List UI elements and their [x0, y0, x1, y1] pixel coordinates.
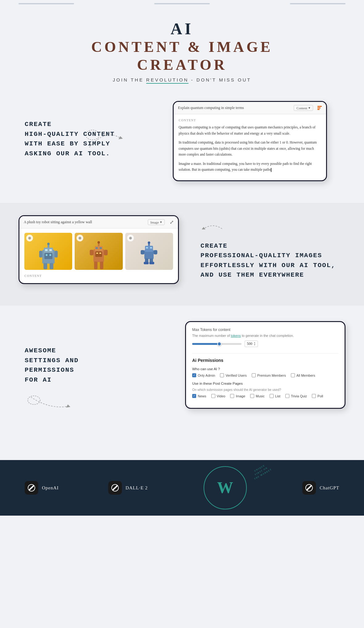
section3-layout: AWESOME SETTINGS AND PERMISSIONS FOR AI … [0, 312, 364, 435]
svg-rect-32 [146, 247, 148, 249]
watermark-area: W UNIQUE FIRST ON THE MARKET [197, 469, 253, 506]
slider-thumb[interactable] [217, 342, 221, 346]
top-decorative-lines [0, 0, 364, 7]
openai-logo-svg [27, 484, 36, 492]
content-label: CONTENT [179, 119, 321, 122]
post-create-pages-label: Use in these Post Create Pages [192, 382, 338, 385]
checkbox-list-box[interactable] [270, 394, 274, 398]
image-thumb-2: ⊕ [75, 233, 122, 270]
checkbox-only-admin[interactable]: Only Admin [192, 373, 215, 377]
top-line-1 [19, 3, 74, 4]
checkbox-list-label: List [275, 394, 280, 398]
subtitle-part2: - DON'T MISS OUT [188, 77, 251, 82]
checkbox-image[interactable]: Image [230, 394, 245, 398]
section-image-creator: A plush toy robot sitting against a yell… [0, 203, 364, 306]
svg-rect-27 [99, 253, 101, 254]
device-paragraph-3: Imagine a maze. In traditional computing… [179, 161, 321, 173]
footer-brand-dalle: DALL·E 2 [108, 481, 148, 495]
checkbox-news-label: News [198, 394, 206, 398]
footer: OpenAI DALL·E 2 W UNIQUE FIRST ON THE MA… [0, 460, 364, 516]
subtitle-highlight: REVOLUTION [146, 77, 189, 84]
who-can-use-group: Who can use AI ? Only Admin Verified Use… [192, 367, 338, 377]
checkbox-premium-members-label: Premium Members [257, 374, 286, 377]
device-input-bar[interactable]: Explain quantum computing in simple term… [178, 106, 291, 110]
checkbox-video[interactable]: Video [211, 394, 225, 398]
checkbox-premium-members-box[interactable] [252, 373, 256, 377]
checkbox-trivia-quiz[interactable]: Trivia Quiz [285, 394, 307, 398]
tokens-slider-container: 500 ▲▼ [192, 341, 338, 347]
checkbox-premium-members[interactable]: Premium Members [252, 373, 286, 377]
footer-brand-openai: OpenAI [25, 481, 59, 495]
image-device-body: ⊕ [19, 228, 178, 283]
tokens-link[interactable]: tokens [231, 334, 241, 337]
checkbox-poll-box[interactable] [312, 394, 316, 398]
settings-device-body: Max Tokens for content The maximum numbe… [186, 322, 345, 408]
checkbox-poll[interactable]: Poll [312, 394, 323, 398]
checkbox-poll-label: Poll [317, 394, 323, 398]
checkbox-list[interactable]: List [270, 394, 280, 398]
checkbox-music-box[interactable] [250, 394, 254, 398]
checkbox-only-admin-label: Only Admin [198, 374, 215, 377]
svg-point-13 [46, 254, 48, 256]
content-badge: Content ▾ [294, 105, 313, 111]
svg-point-14 [49, 254, 51, 256]
robot-svg-1 [38, 239, 59, 270]
section2-label: CREATE PROFESSIONAL-QUALITY IMAGES EFFOR… [201, 241, 345, 280]
checkbox-video-box[interactable] [211, 394, 215, 398]
tokens-slider-track[interactable] [192, 343, 242, 345]
expand-icon: ⤢ [170, 219, 174, 225]
checkbox-all-members-box[interactable] [291, 373, 295, 377]
svg-point-31 [148, 241, 150, 244]
svg-point-42 [28, 396, 40, 404]
content-device: Explain quantum computing in simple term… [173, 101, 327, 181]
checkbox-news-box[interactable] [192, 394, 196, 398]
checkbox-image-label: Image [236, 394, 245, 398]
svg-rect-33 [150, 247, 152, 249]
svg-rect-35 [154, 250, 157, 254]
checkbox-trivia-quiz-box[interactable] [285, 394, 289, 398]
checkbox-image-box[interactable] [230, 394, 234, 398]
top-line-3 [290, 3, 345, 4]
max-tokens-title: Max Tokens for content [192, 328, 338, 332]
checkbox-music-label: Music [256, 394, 265, 398]
svg-point-1 [86, 130, 99, 140]
chatgpt-label: ChatGPT [320, 485, 339, 491]
svg-rect-29 [145, 246, 153, 252]
slider-value: 500 ▲▼ [245, 341, 258, 347]
svg-rect-8 [39, 251, 42, 257]
checkbox-all-members-label: All Members [296, 374, 315, 377]
svg-rect-21 [90, 250, 93, 255]
image-input-bar[interactable]: A plush toy robot sitting against a yell… [24, 220, 145, 224]
spinner-arrows[interactable]: ▲▼ [254, 342, 256, 346]
title-main-line2: CREATOR [6, 56, 358, 74]
settings-device: Max Tokens for content The maximum numbe… [185, 321, 345, 409]
checkbox-music[interactable]: Music [250, 394, 265, 398]
checkbox-news[interactable]: News [192, 394, 206, 398]
robot-svg-2 [88, 237, 110, 270]
checkbox-only-admin-box[interactable] [192, 373, 196, 377]
section-settings: AWESOME SETTINGS AND PERMISSIONS FOR AI … [0, 306, 364, 448]
footer-brand-chatgpt: ChatGPT [302, 481, 339, 495]
svg-rect-22 [104, 250, 108, 255]
device-header-1: Explain quantum computing in simple term… [174, 102, 326, 114]
svg-marker-41 [66, 404, 70, 408]
chatgpt-icon [302, 481, 316, 495]
image-thumb-3: ⊕ [125, 233, 173, 270]
section1-layout: CREATE HIGH-QUALITY CONTENT WITH EASE BY… [0, 92, 364, 194]
checkbox-verified-users-box[interactable] [220, 373, 224, 377]
post-create-pages-desc: On which submission pages should the AI … [192, 388, 338, 391]
checkbox-verified-users[interactable]: Verified Users [220, 373, 246, 377]
chevron-down-icon-2: ▾ [160, 220, 162, 224]
image-device-header: A plush toy robot sitting against a yell… [19, 216, 178, 228]
stamp-text: UNIQUE FIRST ON THE MARKET [250, 462, 273, 481]
svg-rect-10 [43, 263, 47, 269]
post-create-pages-group: Use in these Post Create Pages On which … [192, 382, 338, 398]
title-main-line1: CONTENT & IMAGE [6, 38, 358, 56]
header-section: AI CONTENT & IMAGE CREATOR JOIN THE REVO… [0, 7, 364, 89]
svg-rect-9 [55, 251, 58, 257]
svg-rect-6 [45, 249, 48, 251]
openai-label: OpenAI [42, 485, 59, 491]
chevron-down-icon: ▾ [308, 106, 310, 110]
section-content-creator: CREATE HIGH-QUALITY CONTENT WITH EASE BY… [0, 89, 364, 203]
checkbox-all-members[interactable]: All Members [291, 373, 315, 377]
